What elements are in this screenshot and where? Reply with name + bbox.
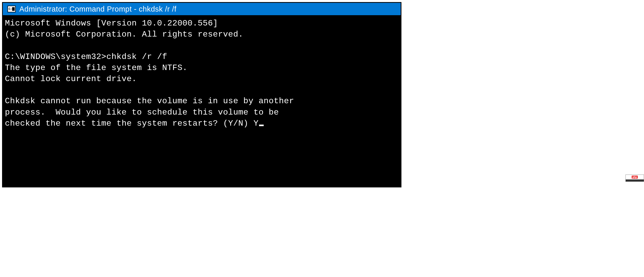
terminal-line: Microsoft Windows [Version 10.0.22000.55… [5, 19, 218, 28]
terminal-line: process. Would you like to schedule this… [5, 108, 279, 117]
cursor [259, 125, 264, 126]
terminal-line: Cannot lock current drive. [5, 74, 137, 84]
terminal-line: Chkdsk cannot run because the volume is … [5, 96, 294, 106]
terminal-line: The type of the file system is NTFS. [5, 63, 187, 73]
terminal-line: checked the next time the system restart… [5, 119, 259, 128]
terminal-output[interactable]: Microsoft Windows [Version 10.0.22000.55… [3, 15, 401, 131]
titlebar[interactable]: Administrator: Command Prompt - chkdsk /… [3, 3, 401, 15]
window-title: Administrator: Command Prompt - chkdsk /… [19, 5, 176, 13]
watermark-top: php [626, 175, 644, 179]
terminal-line: (c) Microsoft Corporation. All rights re… [5, 30, 243, 39]
watermark-badge: php [625, 175, 644, 182]
watermark-label: php [632, 176, 638, 179]
terminal-prompt-line: C:\WINDOWS\system32>chkdsk /r /f [5, 52, 167, 62]
watermark-bottom [626, 179, 644, 181]
command-prompt-window: Administrator: Command Prompt - chkdsk /… [2, 2, 401, 187]
cmd-icon [7, 6, 16, 12]
